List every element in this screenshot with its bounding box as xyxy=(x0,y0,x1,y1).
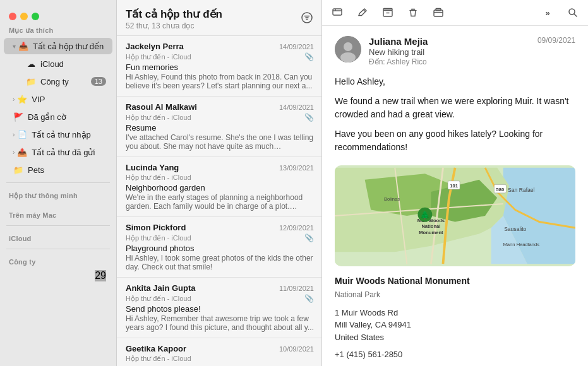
smart-mailbox-label: Hộp thư thông minh xyxy=(0,187,116,203)
svg-text:National: National xyxy=(421,223,440,229)
mailbox-name: Hộp thư đến - iCloud xyxy=(126,114,191,122)
flag-icon: 🚩 xyxy=(13,111,24,122)
detail-to: Đến: Ashley Rico xyxy=(369,57,532,66)
sidebar-item-label: VIP xyxy=(32,95,106,104)
email-preview: We're in the early stages of planning a … xyxy=(126,193,314,211)
close-button[interactable] xyxy=(9,13,16,20)
email-date: 10/09/2021 xyxy=(279,345,314,353)
svg-rect-11 xyxy=(434,10,443,16)
svg-point-17 xyxy=(340,52,356,62)
svg-text:Marin Headlands: Marin Headlands xyxy=(503,242,540,247)
on-mac-label: Trên máy Mac xyxy=(0,206,116,221)
sidebar-item-icloud[interactable]: ☁ iCloud xyxy=(4,56,112,72)
detail-subject: New hiking trail xyxy=(369,47,532,57)
email-date: 11/09/2021 xyxy=(279,285,314,292)
location-address: 1 Muir Woods Rd Mill Valley, CA 94941 Un… xyxy=(335,307,575,344)
mailbox-title: Tất cả hộp thư đến xyxy=(126,8,222,21)
sidebar-item-all-sent[interactable]: › 📤 Tất cả thư đã gửi xyxy=(4,144,112,160)
email-subject: Playground photos xyxy=(126,244,314,253)
email-date: 13/09/2021 xyxy=(279,164,314,172)
folder-icon: 📁 xyxy=(25,76,37,87)
star-icon: ⭐ xyxy=(16,93,28,105)
sidebar: Mục ưa thích ▾ 📥 Tất cả hộp thư đến ☁ iC… xyxy=(0,0,117,366)
map-container[interactable]: 101 580 Bolinas Muir Woods National Monu… xyxy=(335,165,575,266)
detail-content: Hello Ashley, We found a new trail when … xyxy=(335,75,575,154)
svg-rect-9 xyxy=(383,9,392,11)
mail-detail: » Juliana Mejia New hiking trail xyxy=(322,0,588,366)
email-subject: Resume xyxy=(126,123,314,133)
svg-text:101: 101 xyxy=(450,183,458,189)
mail-item[interactable]: Jackelyn Perra 14/09/2021 Hộp thư đến - … xyxy=(117,36,321,97)
sidebar-item-pets[interactable]: 📁 Pets xyxy=(4,162,112,178)
email-subject: Send photos please! xyxy=(126,304,314,314)
mail-item[interactable]: Rasoul Al Malkawi 14/09/2021 Hộp thư đến… xyxy=(117,97,321,157)
more-icon[interactable]: » xyxy=(540,5,555,20)
detail-body: Juliana Mejia New hiking trail Đến: Ashl… xyxy=(322,26,588,366)
move-icon[interactable] xyxy=(431,5,446,20)
email-date: 14/09/2021 xyxy=(279,43,314,50)
detail-header: Juliana Mejia New hiking trail Đến: Ashl… xyxy=(335,36,575,66)
mail-items-list: Jackelyn Perra 14/09/2021 Hộp thư đến - … xyxy=(117,36,321,366)
minimize-button[interactable] xyxy=(20,13,28,20)
inbox2-icon: 📄 xyxy=(16,129,28,140)
chevron-icon: ▾ xyxy=(13,43,16,50)
mailbox-subtitle: 52 thư, 13 chưa đọc xyxy=(126,21,222,30)
mailbox-name: Hộp thư đến - iCloud xyxy=(126,295,191,303)
sidebar-item-vip[interactable]: › ⭐ VIP xyxy=(4,91,112,107)
sent-icon: 📤 xyxy=(16,146,28,158)
unread-badge: 13 xyxy=(91,77,106,86)
fullscreen-button[interactable] xyxy=(32,13,39,20)
email-preview: Hi Ashley, Remember that awesome trip we… xyxy=(126,314,314,332)
filter-icon[interactable] xyxy=(301,12,313,26)
search-icon[interactable] xyxy=(565,5,580,20)
sidebar-item-label: Công ty xyxy=(40,77,91,86)
folder2-icon: 📁 xyxy=(13,164,24,175)
favorites-label: Mục ưa thích xyxy=(0,21,116,37)
divider xyxy=(6,182,110,183)
sidebar-item-all-received[interactable]: › 📄 Tất cả thư nhập xyxy=(4,126,112,143)
mail-item[interactable]: Simon Pickford 12/09/2021 Hộp thư đến - … xyxy=(117,217,321,278)
attachment-icon: 📎 xyxy=(304,233,314,242)
company-badge: 29 xyxy=(95,270,106,281)
sidebar-item-all-inbox[interactable]: ▾ 📥 Tất cả hộp thư đến xyxy=(4,38,112,54)
email-subject: Neighborhood garden xyxy=(126,183,314,192)
sender-name: Lucinda Yang xyxy=(126,163,179,172)
svg-text:🌲: 🌲 xyxy=(420,210,430,220)
address-line3: United States xyxy=(335,333,384,342)
sidebar-item-company-inbox[interactable]: 📁 Công ty 13 xyxy=(4,73,112,90)
reply-icon[interactable] xyxy=(330,5,345,20)
svg-rect-4 xyxy=(333,9,342,15)
inbox-icon: 📥 xyxy=(18,40,29,52)
compose-icon[interactable] xyxy=(355,5,370,20)
icloud-icon: ☁ xyxy=(25,58,37,69)
location-info: Muir Woods National Monument National Pa… xyxy=(335,274,575,366)
detail-date: 09/09/2021 xyxy=(537,36,575,45)
mailbox-name: Hộp thư đến - iCloud xyxy=(126,234,191,242)
email-preview: Hi Ashley, I took some great photos of t… xyxy=(126,254,314,271)
svg-text:Bolinas: Bolinas xyxy=(384,196,400,202)
svg-text:Sausalito: Sausalito xyxy=(504,226,526,232)
email-date: 12/09/2021 xyxy=(279,224,314,232)
email-preview: Hi Ashley, Found this photo from back in… xyxy=(126,73,314,90)
mail-item[interactable]: Ankita Jain Gupta 11/09/2021 Hộp thư đến… xyxy=(117,278,321,338)
mail-item[interactable]: Geetika Kapoor 10/09/2021 Hộp thư đến - … xyxy=(117,338,321,366)
to-label: Đến: xyxy=(369,57,385,66)
address-line1: 1 Muir Woods Rd xyxy=(335,308,398,317)
detail-toolbar: » xyxy=(322,0,588,26)
sidebar-item-label: iCloud xyxy=(40,59,106,69)
email-preview: I've attached Carol's resume. She's the … xyxy=(126,133,314,151)
body-paragraph-1: Hello Ashley, xyxy=(335,75,575,88)
sidebar-item-flagged[interactable]: 🚩 Đã gần cờ xyxy=(4,109,112,125)
delete-icon[interactable] xyxy=(405,5,421,20)
mail-item[interactable]: Lucinda Yang 13/09/2021 Hộp thư đến - iC… xyxy=(117,157,321,217)
location-phone: +1 (415) 561-2850 xyxy=(335,348,575,362)
attachment-icon: 📎 xyxy=(304,113,314,122)
sender-name: Rasoul Al Malkawi xyxy=(126,102,197,112)
divider3 xyxy=(6,249,110,249)
sender-name: Ankita Jain Gupta xyxy=(126,283,196,293)
avatar xyxy=(335,36,361,62)
mailbox-name: Hộp thư đến - iCloud xyxy=(126,355,191,363)
svg-line-14 xyxy=(574,14,577,16)
archive-icon[interactable] xyxy=(380,5,395,20)
email-date: 14/09/2021 xyxy=(279,103,314,111)
